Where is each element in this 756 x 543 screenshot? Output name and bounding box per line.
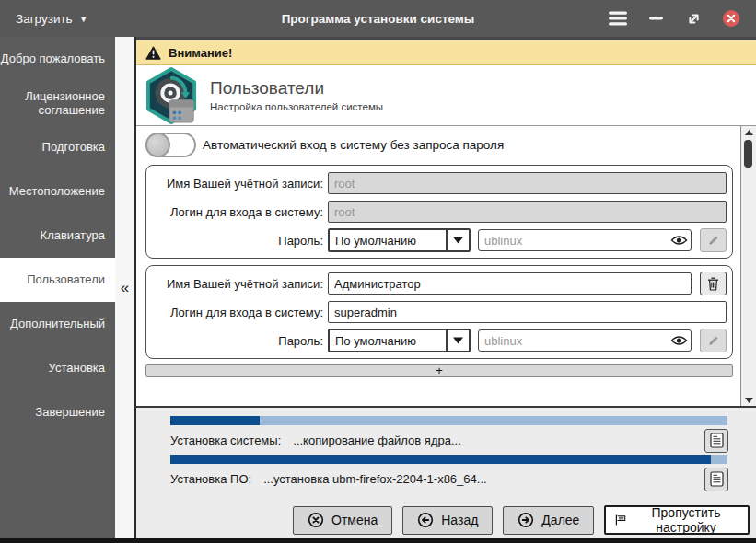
next-button[interactable]: Далее <box>503 506 594 535</box>
add-user-button[interactable]: + <box>145 364 733 377</box>
sidebar-item-additional[interactable]: Дополнительный <box>0 302 115 346</box>
scroll-thumb[interactable] <box>744 140 752 168</box>
show-password-button[interactable] <box>670 235 688 247</box>
skip-label: Пропустить настройку <box>633 505 739 535</box>
software-progress-status: ...установка ubm-firefox-2204-1-x86_64..… <box>263 472 487 486</box>
window-body: Добро пожаловать Лицензионное соглашение… <box>0 37 756 538</box>
bottom-panel: Установка системы: ...копирование файлов… <box>136 408 756 538</box>
account-name-input <box>328 172 727 194</box>
warning-text: Внимание! <box>169 46 232 60</box>
main-panel: Внимание! <box>136 37 756 538</box>
pencil-icon <box>707 334 720 347</box>
account-name-row: Имя Вашей учётной записи: <box>146 172 727 194</box>
login-row: Логин для входа в систему: <box>146 301 727 323</box>
arrow-down-icon <box>745 398 753 403</box>
back-button[interactable]: Назад <box>402 506 493 535</box>
dropdown-arrow-icon <box>446 230 469 250</box>
users-settings-content: Автоматический вход в систему без запрос… <box>136 126 740 406</box>
edit-password-button <box>700 228 727 252</box>
cancel-icon <box>308 512 324 528</box>
system-progress-row: Установка системы: ...копирование файлов… <box>170 428 728 453</box>
sidebar-item-installation[interactable]: Установка <box>0 346 115 390</box>
sidebar-item-keyboard[interactable]: Клавиатура <box>0 214 115 258</box>
software-progress-bar <box>170 455 727 464</box>
password-mode-select[interactable]: По умолчанию <box>328 228 471 252</box>
login-input <box>328 201 727 223</box>
close-button[interactable] <box>719 6 743 30</box>
account-name-label: Имя Вашей учётной записи: <box>146 277 328 291</box>
sidebar-collapse-button[interactable]: « <box>121 280 129 295</box>
software-progress-label: Установка ПО: <box>170 472 251 486</box>
close-icon <box>722 9 740 28</box>
system-progress-bar <box>170 416 727 425</box>
password-field-box <box>478 329 692 352</box>
sidebar-item-users[interactable]: Пользователи <box>0 258 115 302</box>
sidebar-item-preparation[interactable]: Подготовка <box>0 125 115 169</box>
login-input[interactable] <box>328 301 727 323</box>
maximize-icon <box>686 11 702 27</box>
app-logo <box>145 67 198 124</box>
page-title: Пользователи <box>210 78 383 98</box>
login-row: Логин для входа в систему: <box>146 201 727 223</box>
show-password-button[interactable] <box>670 335 688 347</box>
user-group-admin: Имя Вашей учётной записи: Логин для вход… <box>145 265 733 359</box>
scroll-down-button[interactable] <box>741 394 756 406</box>
system-progress-label: Установка системы: <box>170 433 281 447</box>
minimize-icon <box>649 17 663 20</box>
software-progress-fill <box>170 455 711 464</box>
login-label: Логин для входа в систему: <box>146 205 328 219</box>
toggle-knob <box>145 133 170 157</box>
account-name-label: Имя Вашей учётной записи: <box>146 177 328 191</box>
installer-window: Загрузить ▼ Программа установки системы … <box>0 0 756 543</box>
back-icon <box>417 512 434 528</box>
next-icon <box>518 512 534 528</box>
sidebar-item-welcome[interactable]: Добро пожаловать <box>0 37 115 81</box>
sidebar-item-license[interactable]: Лицензионное соглашение <box>0 81 115 125</box>
system-progress-status: ...копирование файлов ядра... <box>293 433 461 447</box>
sidebar-item-finish[interactable]: Завершение <box>0 390 115 434</box>
logo-users-window-icon <box>169 99 193 121</box>
skip-button[interactable]: Пропустить настройку <box>604 505 750 535</box>
eye-icon <box>670 235 688 247</box>
load-button[interactable]: Загрузить ▼ <box>16 12 88 26</box>
footer-buttons: Отмена Назад Далее Пропустить настройку <box>136 505 756 535</box>
password-row: Пароль: По умолчанию <box>146 329 727 352</box>
system-progress-fill <box>170 416 260 425</box>
cancel-button[interactable]: Отмена <box>293 506 392 535</box>
autologin-row: Автоматический вход в систему без запрос… <box>145 132 740 158</box>
user-group-root: Имя Вашей учётной записи: Логин для вход… <box>145 165 733 259</box>
users-settings-region: Автоматический вход в систему без запрос… <box>136 126 756 408</box>
password-input[interactable] <box>478 229 692 251</box>
load-button-label: Загрузить <box>16 12 73 26</box>
autologin-toggle[interactable] <box>145 133 196 157</box>
menu-button[interactable] <box>606 6 630 30</box>
arrow-up-icon <box>745 130 753 135</box>
password-input[interactable] <box>478 329 692 352</box>
titlebar: Загрузить ▼ Программа установки системы <box>0 0 756 37</box>
log-icon <box>710 471 724 487</box>
account-name-row: Имя Вашей учётной записи: <box>146 272 727 295</box>
password-field-box <box>478 229 692 251</box>
trash-icon <box>707 277 719 291</box>
warning-icon <box>145 46 161 60</box>
maximize-button[interactable] <box>681 6 705 30</box>
system-log-button[interactable] <box>704 429 728 453</box>
vertical-scrollbar[interactable] <box>740 126 756 406</box>
scroll-up-button[interactable] <box>741 126 756 138</box>
password-mode-value: По умолчанию <box>330 230 446 250</box>
delete-user-button[interactable] <box>700 272 727 295</box>
next-label: Далее <box>541 513 579 527</box>
password-label: Пароль: <box>146 334 328 348</box>
sidebar-item-location[interactable]: Местоположение <box>0 169 115 214</box>
password-mode-value: По умолчанию <box>330 330 446 351</box>
chevron-down-icon: ▼ <box>79 14 88 24</box>
header-texts: Пользователи Настройка пользователей сис… <box>210 78 383 112</box>
account-name-input[interactable] <box>328 272 692 295</box>
password-mode-select[interactable]: По умолчанию <box>328 329 471 352</box>
autologin-label: Автоматический вход в систему без запрос… <box>203 138 504 152</box>
software-log-button[interactable] <box>704 468 728 491</box>
flag-icon <box>614 513 627 527</box>
scroll-track[interactable] <box>741 138 756 394</box>
back-label: Назад <box>441 513 478 527</box>
minimize-button[interactable] <box>644 6 668 30</box>
